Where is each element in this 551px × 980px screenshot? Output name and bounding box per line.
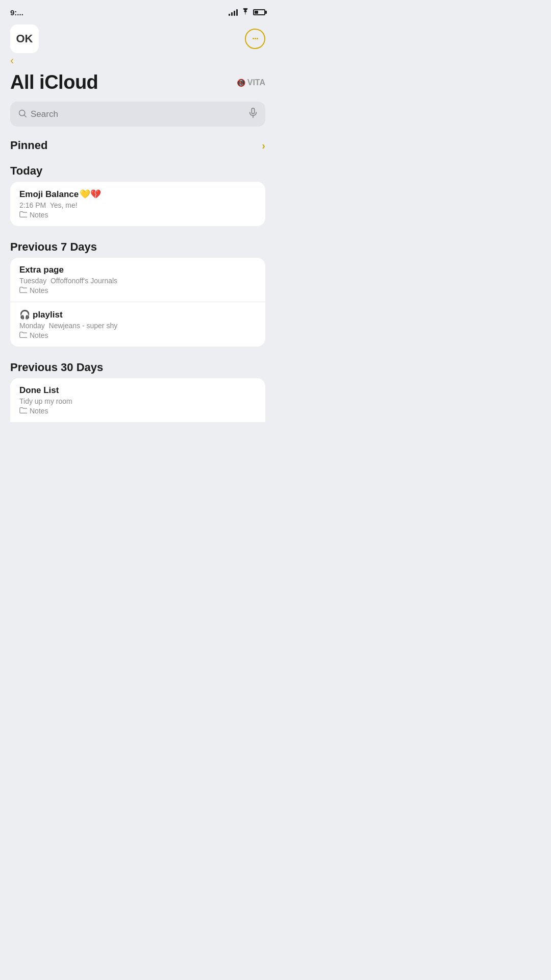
note-title-done-list: Done List — [19, 385, 256, 396]
note-folder-label-4: Notes — [30, 407, 48, 415]
prev7-notes-card: Extra page Tuesday Offoffonoff's Journal… — [10, 258, 265, 347]
search-input[interactable] — [31, 109, 245, 119]
header-top-row: OK ··· — [0, 22, 276, 53]
folder-icon-3 — [19, 331, 27, 339]
folder-icon-4 — [19, 407, 27, 415]
back-arrow-button[interactable]: ‹ — [10, 54, 14, 67]
pinned-section-header[interactable]: Pinned › — [0, 131, 276, 156]
search-icon — [18, 109, 27, 119]
status-bar: 9:... — [0, 0, 276, 22]
mic-icon[interactable] — [249, 108, 257, 120]
page-title-row: All iCloud 📵 VITA — [0, 67, 276, 95]
note-folder-label-3: Notes — [30, 331, 48, 339]
headphones-icon: 🎧 — [19, 309, 30, 320]
note-item-extra-page[interactable]: Extra page Tuesday Offoffonoff's Journal… — [10, 258, 265, 302]
svg-line-1 — [24, 115, 26, 117]
today-section-title: Today — [10, 164, 42, 178]
note-folder-done-list: Notes — [19, 407, 256, 415]
folder-icon — [19, 211, 27, 219]
app-logo-area: OK — [10, 24, 43, 53]
folder-icon-2 — [19, 286, 27, 295]
note-folder-playlist: Notes — [19, 331, 256, 339]
signal-icon — [229, 9, 238, 16]
note-folder-label-2: Notes — [30, 286, 48, 295]
note-meta-extra-page: Tuesday Offoffonoff's Journals — [19, 277, 256, 285]
more-dots-icon: ··· — [252, 34, 258, 44]
app-logo: OK — [10, 24, 39, 53]
prev7-section-header: Previous 7 Days — [0, 232, 276, 258]
vita-icon: 📵 — [237, 79, 245, 87]
page-title: All iCloud — [10, 71, 98, 93]
wifi-icon — [241, 8, 250, 17]
vita-badge: 📵 VITA — [237, 78, 265, 87]
note-meta-emoji-balance: 2:16 PM Yes, me! — [19, 201, 256, 209]
prev30-section-header: Previous 30 Days — [0, 353, 276, 378]
pinned-chevron-icon: › — [262, 140, 265, 152]
prev30-notes-card: Done List Tidy up my room Notes — [10, 378, 265, 422]
vita-label: VITA — [247, 78, 265, 87]
today-notes-card: Emoji Balance💛💔 2:16 PM Yes, me! Notes — [10, 182, 265, 226]
note-folder-extra-page: Notes — [19, 286, 256, 295]
note-folder-label: Notes — [30, 211, 48, 219]
note-meta-playlist: Monday Newjeans - super shy — [19, 322, 256, 330]
note-item-emoji-balance[interactable]: Emoji Balance💛💔 2:16 PM Yes, me! Notes — [10, 182, 265, 226]
note-folder-emoji-balance: Notes — [19, 211, 256, 219]
search-container — [10, 102, 265, 127]
note-title-emoji-balance: Emoji Balance💛💔 — [19, 189, 256, 200]
today-section-header: Today — [0, 156, 276, 182]
prev30-section-title: Previous 30 Days — [10, 361, 103, 374]
note-item-done-list[interactable]: Done List Tidy up my room Notes — [10, 378, 265, 422]
search-bar[interactable] — [10, 102, 265, 127]
status-icons — [229, 8, 265, 17]
battery-icon — [253, 9, 265, 15]
back-arrow-row: ‹ — [0, 53, 276, 67]
svg-rect-2 — [252, 108, 254, 114]
pinned-section-title: Pinned — [10, 139, 47, 152]
prev7-section-title: Previous 7 Days — [10, 240, 97, 254]
note-title-extra-page: Extra page — [19, 265, 256, 275]
note-meta-done-list: Tidy up my room — [19, 397, 256, 405]
status-time: 9:... — [10, 8, 23, 17]
more-button[interactable]: ··· — [245, 29, 265, 49]
note-item-playlist[interactable]: 🎧 playlist Monday Newjeans - super shy N… — [10, 302, 265, 347]
note-title-playlist: 🎧 playlist — [19, 309, 256, 320]
